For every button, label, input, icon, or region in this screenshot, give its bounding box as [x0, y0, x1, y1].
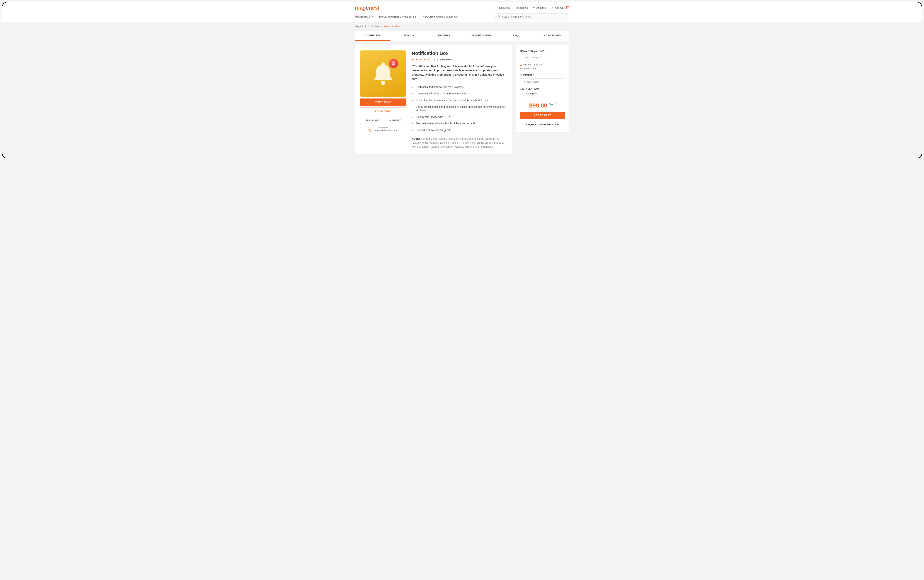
- feature-list: Push unlimited notifications for custome…: [412, 84, 507, 133]
- tab-details[interactable]: DETAILS: [390, 31, 426, 41]
- search-input[interactable]: [502, 15, 567, 18]
- rating-row: ★ ★ ★ ★ ★ 4.8 • 8 Reviews: [412, 58, 507, 61]
- tab-faq[interactable]: FAQ: [497, 31, 533, 41]
- resources-link[interactable]: Resources: [498, 6, 510, 9]
- admin-demo-button[interactable]: ADMIN DEMO: [360, 107, 406, 115]
- account-link[interactable]: Account: [532, 6, 546, 9]
- installation-checkbox-row[interactable]: YES + $50.00: [520, 92, 565, 95]
- nav-magento2[interactable]: MAGENTO 2 ▾: [355, 15, 373, 18]
- support-label: SUPPORT *: [520, 74, 565, 76]
- support-select[interactable]: -- Please Select --: [520, 78, 565, 85]
- reviews-link[interactable]: 8 Reviews: [440, 58, 452, 61]
- chevron-down-icon: ⌄: [561, 56, 563, 59]
- search-box[interactable]: [495, 13, 569, 20]
- compat-line: CE, EE 2.3.x, 2.4.x: [520, 63, 565, 66]
- product-title: Notification Box: [412, 50, 507, 56]
- nav-request[interactable]: REQUEST CUSTOMIZATION: [423, 15, 458, 18]
- svg-point-3: [381, 81, 385, 85]
- search-icon: [497, 15, 501, 18]
- cart-badge: [566, 6, 569, 9]
- breadcrumbs: Magento 2 › On Sale › Notification Box: [355, 22, 569, 31]
- magento-icon: [369, 129, 372, 132]
- tab-customization[interactable]: CUSTOMIZATION: [462, 31, 497, 41]
- magento-small-icon: [520, 63, 522, 66]
- feature-item: Create a notification box in the header …: [412, 91, 507, 97]
- support-button[interactable]: SUPPORT: [384, 117, 406, 124]
- price: $99.00: [529, 102, 547, 109]
- edition-label: MAGENTO EDITION: [520, 49, 565, 52]
- feature-item: Display text, image with URLs: [412, 114, 507, 120]
- tab-reviews[interactable]: REVIEWS: [427, 31, 462, 41]
- feature-item: The design of notification box is highly…: [412, 120, 507, 127]
- add-to-cart-button[interactable]: ADD TO CART: [520, 112, 565, 119]
- chevron-down-icon: ▾: [372, 16, 373, 18]
- crumb-magento2[interactable]: Magento 2: [355, 25, 366, 28]
- feature-item: Support notifications for guests: [412, 127, 507, 133]
- purchase-sidebar: MAGENTO EDITION Choose an Option... ⌄ CE…: [516, 45, 569, 132]
- nav-build[interactable]: BUILD MAGENTO WEBSITES: [379, 15, 416, 18]
- note-text: NOTE: Our demo is for feature testing on…: [412, 137, 507, 149]
- version-line: Version: 1.1.0: [520, 67, 565, 70]
- bag-icon: [550, 6, 553, 9]
- partnership-link[interactable]: Partnership: [515, 6, 528, 9]
- installation-label: INSTALLATION: [520, 87, 565, 91]
- feature-item: Set up conditions to send notifications …: [412, 104, 507, 114]
- product-image: 2: [360, 50, 406, 97]
- points: +10 P: [549, 102, 556, 105]
- divider: [520, 99, 565, 99]
- feature-item: Set up 2 notification modes: Send immedi…: [412, 97, 507, 104]
- crumb-current: Notification Box: [384, 25, 400, 28]
- account-icon: [532, 6, 535, 9]
- bell-icon: 2: [370, 60, 396, 87]
- crumb-onsale[interactable]: On Sale: [371, 25, 379, 28]
- stars-icon: ★ ★ ★ ★ ★: [412, 58, 430, 61]
- svg-point-0: [533, 7, 534, 8]
- logo[interactable]: magenest: [355, 5, 379, 11]
- tabs-bar: OVERVIEW DETAILS REVIEWS CUSTOMIZATION F…: [355, 31, 569, 41]
- main-card: 2 STORE DEMO ADMIN DEMO USER GUIDE SUPPO…: [355, 45, 512, 154]
- cart-link[interactable]: Your Cart: [550, 6, 569, 9]
- svg-point-1: [498, 16, 500, 17]
- svg-line-2: [499, 17, 500, 18]
- installation-checkbox[interactable]: [520, 92, 522, 95]
- rating-value: 4.8: [432, 58, 435, 61]
- notification-badge: 2: [389, 59, 398, 68]
- tab-changelogs[interactable]: CHANGELOGS: [534, 31, 569, 41]
- feature-item: Push unlimited notifications for custome…: [412, 84, 507, 91]
- request-customization-button[interactable]: REQUEST CUSTOMIZATION: [520, 121, 565, 128]
- approved-badge: Approved on Magento® Marketplace: [360, 127, 406, 132]
- store-demo-button[interactable]: STORE DEMO: [360, 99, 406, 106]
- user-guide-button[interactable]: USER GUIDE: [360, 117, 382, 124]
- edition-select[interactable]: Choose an Option... ⌄: [520, 54, 565, 61]
- layers-icon: [520, 67, 522, 70]
- tab-overview[interactable]: OVERVIEW: [355, 31, 390, 41]
- product-description: NEWNotification Box for Magento 2 is a u…: [412, 64, 507, 81]
